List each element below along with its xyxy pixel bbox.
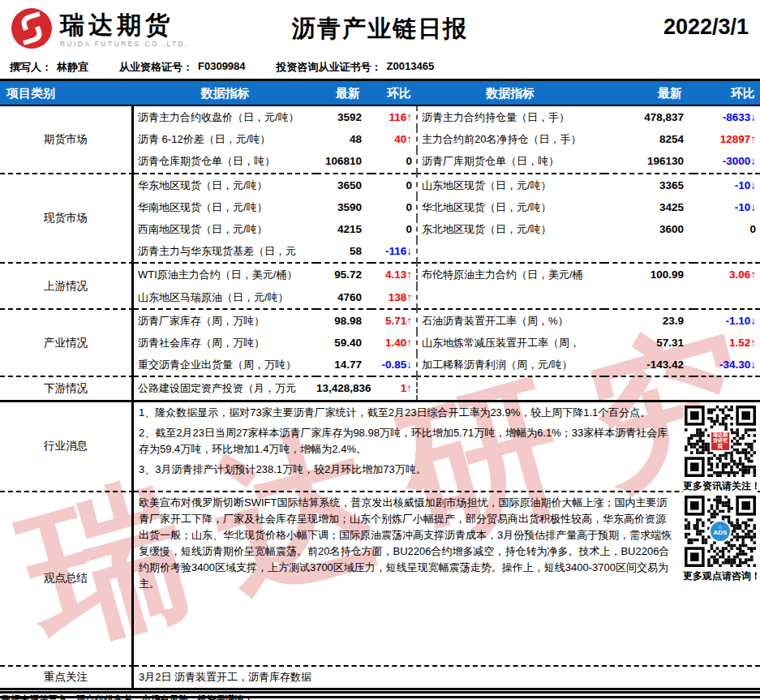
latest-value: 3592 bbox=[316, 106, 371, 128]
change-value bbox=[693, 286, 760, 308]
indicator-label: 山东地区马瑞原油（日，元/吨） bbox=[134, 286, 316, 308]
qr-center-logo-ruida: 瑞达期货研究院 bbox=[710, 431, 731, 452]
change-value: 1.40↑ bbox=[371, 332, 416, 354]
indicator-label: 西南地区现货（日，元/吨） bbox=[134, 218, 316, 240]
latest-value: 4760 bbox=[316, 286, 371, 308]
indicator-label bbox=[416, 286, 604, 308]
category-cell: 上游情况 bbox=[0, 262, 134, 307]
section-label: 行业消息 bbox=[0, 400, 134, 491]
section-paragraph: 欧美宣布对俄罗斯切断SWIFT国际结算系统，普京发出核威慑加剧市场担忧，国际原油… bbox=[134, 492, 760, 595]
indicator-label: 沥青主力与华东现货基差（日，元 bbox=[134, 240, 316, 262]
latest-value bbox=[604, 376, 693, 399]
change-value: 12897↑ bbox=[693, 128, 760, 150]
latest-value bbox=[604, 286, 693, 308]
section-body-1: 1、隆众数据显示，据对73家主要沥青厂家统计，截至2月23日综合开工率为23.9… bbox=[134, 400, 760, 491]
advisory-label: 投资咨询从业证书号： bbox=[277, 60, 382, 75]
category-cell: 期货市场 bbox=[0, 106, 134, 173]
qr-panel: 瑞达期货研究院更多资讯请关注！ bbox=[683, 406, 758, 493]
change-value: 0 bbox=[371, 173, 416, 196]
change-value: -1.10↓ bbox=[693, 308, 760, 332]
latest-value: 106810 bbox=[316, 150, 371, 172]
change-value: 40↑ bbox=[371, 128, 416, 150]
report-header: 瑞达期货 RUIDA FUTURES CO.,LTD. 沥青产业链日报 2022… bbox=[0, 0, 760, 60]
indicator-label: 沥青 6-12价差（日，元/吨） bbox=[134, 128, 316, 150]
indicator-label: 华东地区现货（日，元/吨） bbox=[134, 173, 316, 196]
change-value: 1↑ bbox=[371, 376, 416, 399]
column-header-indicator-right: 数据指标 bbox=[416, 81, 604, 106]
indicator-label bbox=[416, 376, 604, 399]
latest-value: 14.77 bbox=[316, 354, 371, 376]
latest-value: 98.98 bbox=[316, 308, 371, 332]
qr-caption: 更多资讯请关注！ bbox=[683, 479, 758, 493]
cert-label: 从业资格证号： bbox=[119, 60, 193, 75]
qr-panel: ⌂ADS更多观点请咨询！ bbox=[683, 496, 758, 583]
qr-center-logo-ads: ⌂ADS bbox=[709, 520, 732, 543]
indicator-label: 石油沥青装置开工率（周，%） bbox=[416, 308, 604, 332]
indicator-label: 重交沥青企业出货量（周，万吨） bbox=[134, 354, 316, 376]
column-header-change-right: 环比 bbox=[693, 81, 760, 106]
section-paragraph: 3月2日 沥青装置开工，沥青库存数据 bbox=[134, 667, 760, 688]
latest-value: 23.9 bbox=[604, 308, 693, 332]
indicator-label: 沥青厂库期货仓单（日，吨） bbox=[416, 150, 604, 172]
indicator-label: 山东地区现货（日，元/吨） bbox=[416, 173, 604, 196]
indicator-label: 主力合约前20名净持仓（日，手） bbox=[416, 128, 604, 150]
change-value: 0 bbox=[693, 218, 760, 240]
report-date: 2022/3/1 bbox=[663, 15, 749, 40]
section-label: 观点总结 bbox=[0, 491, 134, 665]
column-header-latest-right: 最新 bbox=[604, 81, 693, 106]
change-value: 0 bbox=[371, 218, 416, 240]
latest-value: 95.72 bbox=[316, 262, 371, 286]
report-page: 瑞达研究 瑞达期货 RUIDA FUTURES CO.,LTD. 沥青产业链日报… bbox=[0, 0, 760, 700]
indicator-label: 华南地区现货（日，元/吨） bbox=[134, 196, 316, 218]
change-value: -3000↓ bbox=[693, 150, 760, 172]
change-value: -10↓ bbox=[693, 196, 760, 218]
change-value: 3.06↑ bbox=[693, 262, 760, 286]
indicator-label: 沥青主力合约持仓量（日，手） bbox=[416, 106, 604, 128]
latest-value: 3650 bbox=[316, 173, 371, 196]
latest-value: 196130 bbox=[604, 150, 693, 172]
change-value: -10↓ bbox=[693, 173, 760, 196]
qr-code-icon: ⌂ADS bbox=[685, 496, 756, 567]
indicator-label: 华北地区现货（日，元/吨） bbox=[416, 196, 604, 218]
section-paragraph: 1、隆众数据显示，据对73家主要沥青厂家统计，截至2月23日综合开工率为23.9… bbox=[134, 402, 760, 423]
latest-value: 13,428,836 bbox=[316, 376, 371, 399]
change-value: 138↑ bbox=[371, 286, 416, 308]
latest-value: 100.99 bbox=[604, 262, 693, 286]
category-cell: 下游情况 bbox=[0, 376, 134, 399]
indicator-label: 山东地炼常减压装置开工率（周， bbox=[416, 332, 604, 354]
cert-number: F0309984 bbox=[198, 60, 246, 75]
latest-value: 8254 bbox=[604, 128, 693, 150]
data-grid: 项目类别 数据指标 最新 环比 数据指标 最新 环比 期货市场沥青主力合约收盘价… bbox=[0, 79, 760, 690]
column-header-indicator-left: 数据指标 bbox=[134, 81, 316, 106]
change-value: -0.85↓ bbox=[371, 354, 416, 376]
latest-value: 3590 bbox=[316, 196, 371, 218]
change-value: 0 bbox=[371, 150, 416, 172]
latest-value: 3600 bbox=[604, 218, 693, 240]
latest-value: 3425 bbox=[604, 196, 693, 218]
bottom-double-rule bbox=[0, 691, 760, 698]
indicator-label bbox=[416, 240, 604, 262]
report-title: 沥青产业链日报 bbox=[0, 13, 760, 45]
author-name: 林静宜 bbox=[57, 60, 88, 75]
change-value bbox=[693, 376, 760, 399]
byline: 撰写人： 林静宜 从业资格证号： F0309984 投资咨询从业证书号： Z00… bbox=[0, 60, 760, 79]
indicator-label: 沥青仓库期货仓单（日，吨） bbox=[134, 150, 316, 172]
latest-value: 58 bbox=[316, 240, 371, 262]
section-label: 重点关注 bbox=[0, 665, 134, 688]
indicator-label: WTI原油主力合约（日，美元/桶） bbox=[134, 262, 316, 286]
change-value: 5.71↑ bbox=[371, 308, 416, 332]
latest-value: 48 bbox=[316, 128, 371, 150]
indicator-label: 沥青主力合约收盘价（日，元/吨） bbox=[134, 106, 316, 128]
column-header-category: 项目类别 bbox=[0, 81, 134, 106]
latest-value: 59.40 bbox=[316, 332, 371, 354]
latest-value: 3365 bbox=[604, 173, 693, 196]
column-header-latest-left: 最新 bbox=[316, 81, 371, 106]
section-body-2: 欧美宣布对俄罗斯切断SWIFT国际结算系统，普京发出核威慑加剧市场担忧，国际原油… bbox=[134, 491, 760, 665]
change-value: 4.13↑ bbox=[371, 262, 416, 286]
latest-value: -143.42 bbox=[604, 354, 693, 376]
category-cell: 产业情况 bbox=[0, 308, 134, 376]
change-value: 0 bbox=[371, 196, 416, 218]
category-cell: 现货市场 bbox=[0, 173, 134, 263]
indicator-label: 加工稀释沥青利润（周，元/吨） bbox=[416, 354, 604, 376]
change-value: 116↑ bbox=[371, 106, 416, 128]
